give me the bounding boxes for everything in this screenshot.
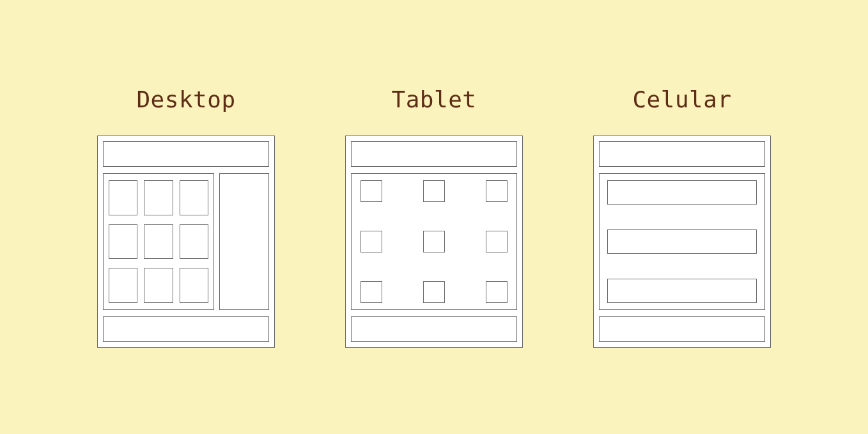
grid-cell — [144, 180, 173, 215]
wireframe-header — [599, 141, 765, 167]
device-label-celular: Celular — [632, 86, 731, 112]
content-grid — [351, 173, 517, 310]
wireframe-celular — [593, 136, 771, 348]
grid-cell — [144, 268, 173, 303]
list-item — [607, 229, 757, 254]
grid-cell — [423, 231, 445, 252]
grid-cell — [360, 281, 382, 303]
grid-cell — [423, 180, 445, 202]
grid-cell — [144, 224, 173, 260]
device-label-desktop: Desktop — [136, 86, 235, 112]
grid-cell — [109, 180, 137, 215]
wireframe-body — [351, 173, 517, 310]
sidebar-panel — [219, 173, 269, 310]
content-grid — [103, 173, 214, 310]
device-celular: Celular — [593, 86, 771, 348]
grid-cell — [109, 224, 137, 260]
wireframe-header — [351, 141, 517, 167]
device-tablet: Tablet — [345, 86, 523, 348]
wireframe-body — [103, 173, 269, 310]
grid-cell — [423, 281, 445, 303]
list-item — [607, 279, 757, 303]
device-label-tablet: Tablet — [391, 86, 476, 112]
device-desktop: Desktop — [97, 86, 275, 348]
grid-cell — [360, 231, 382, 252]
grid-cell — [486, 231, 508, 252]
grid-cell — [109, 268, 137, 303]
grid-cell — [486, 281, 508, 303]
grid-cell — [486, 180, 508, 202]
wireframe-footer — [103, 316, 269, 342]
grid-cell — [180, 224, 208, 260]
wireframe-header — [103, 141, 269, 167]
grid-cell — [180, 268, 208, 303]
wireframe-footer — [599, 316, 765, 342]
wireframe-body — [599, 173, 765, 310]
wireframe-footer — [351, 316, 517, 342]
content-list — [599, 173, 765, 310]
list-item — [607, 180, 757, 205]
grid-cell — [360, 180, 382, 202]
grid-cell — [180, 180, 208, 215]
wireframe-desktop — [97, 136, 275, 348]
wireframe-tablet — [345, 136, 523, 348]
